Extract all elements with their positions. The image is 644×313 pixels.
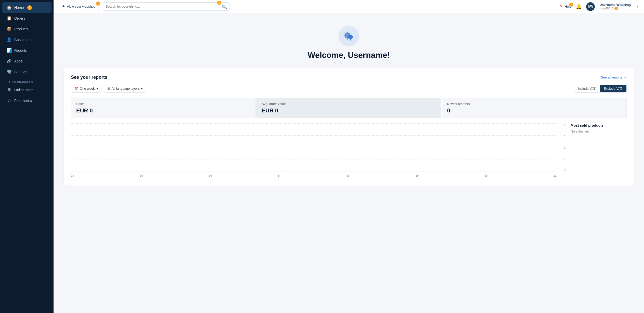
see-all-reports-link[interactable]: See all reports → <box>601 75 627 79</box>
reports-section-title: See your reports <box>71 75 107 80</box>
period-filter-button[interactable]: 📅 One week ▾ <box>71 85 101 93</box>
eye-icon: 👁 <box>62 5 65 8</box>
svg-point-1 <box>348 35 353 39</box>
chart-x-label-21: 21 <box>553 174 557 177</box>
help-badge: 4 <box>569 3 573 7</box>
metric-value-0: EUR 0 <box>76 107 250 114</box>
sidebar-item-apps[interactable]: 🔗 Apps <box>2 56 51 66</box>
orders-icon: 📋 <box>7 16 12 21</box>
sales-channels-label: SALES CHANNELS <box>0 77 54 85</box>
chart-y-label-2: 2 <box>558 146 565 149</box>
chart-area: 01234 1415161718192021 Most sold product… <box>71 123 627 179</box>
chart-x-label-14: 14 <box>71 174 74 177</box>
exclude-vat-button[interactable]: Exclude VAT <box>600 85 626 92</box>
arrow-right-icon: → <box>623 75 627 79</box>
search-bar: 3 🔍 <box>102 2 229 11</box>
products-icon: 📦 <box>7 27 12 31</box>
channel-label-online-store: Online store <box>14 88 33 92</box>
chart-x-label-16: 16 <box>209 174 212 177</box>
chart-x-label-20: 20 <box>484 174 487 177</box>
sidebar-channel-online-store[interactable]: 🖥 Online store <box>2 85 51 95</box>
metric-card-2: New customers 0 <box>442 98 627 118</box>
most-sold-section: Most sold products No sales yet <box>571 123 627 179</box>
svg-line-3 <box>350 39 351 41</box>
user-info[interactable]: Username Webshop shop95013 5 <box>599 3 631 10</box>
language-filter-button[interactable]: ⊞ All language layers ▾ <box>104 85 146 93</box>
price-index-icon: ◇ <box>7 98 12 103</box>
chart-x-label-18: 18 <box>347 174 350 177</box>
chart-y-label-0: 0 <box>558 169 565 172</box>
sidebar-item-settings[interactable]: ⚙️ Settings <box>2 67 51 77</box>
settings-icon: ⚙️ <box>7 69 12 74</box>
sidebar-item-products[interactable]: 📦 Products <box>2 24 51 34</box>
customers-icon: 👤 <box>7 37 12 42</box>
chart-x-label-17: 17 <box>278 174 281 177</box>
shopid-label: shop95013 5 <box>599 7 631 10</box>
sidebar-label-orders: Orders <box>14 16 25 20</box>
sidebar-item-customers[interactable]: 👤 Customers <box>2 34 51 45</box>
chart-container: 01234 1415161718192021 <box>71 123 565 179</box>
chart-x-label-19: 19 <box>416 174 419 177</box>
content-area: Welcome, Username! See your reports See … <box>54 13 644 313</box>
language-label: All language layers <box>112 87 140 90</box>
chart-y-label-3: 3 <box>558 135 565 138</box>
welcome-section: Welcome, Username! <box>64 21 634 68</box>
view-webshop-label: View your webshop <box>67 5 96 8</box>
chart-x-axis: 1415161718192021 <box>71 172 557 179</box>
chart-x-label-15: 15 <box>140 174 143 177</box>
webshop-badge: 2 <box>96 2 100 6</box>
sidebar-label-apps: Apps <box>14 59 22 63</box>
metric-label-1: Avg. order value <box>262 102 436 106</box>
period-label: One week <box>80 87 95 90</box>
apps-icon: 🔗 <box>7 59 12 63</box>
avatar[interactable]: UW <box>586 2 595 11</box>
main-area: 👁 View your webshop 2 3 🔍 ❓ Help 4 🔔 UW … <box>54 0 644 313</box>
topbar-right: ❓ Help 4 🔔 UW Username Webshop shop95013… <box>559 2 639 11</box>
sidebar-label-products: Products <box>14 27 28 31</box>
sidebar-item-orders[interactable]: 📋 Orders <box>2 13 51 23</box>
welcome-icon <box>339 26 359 46</box>
metric-card-0: Sales EUR 0 <box>71 98 256 118</box>
svg-line-2 <box>347 38 347 41</box>
help-button[interactable]: ❓ Help 4 <box>559 5 572 8</box>
welcome-title: Welcome, Username! <box>64 50 634 60</box>
search-input[interactable] <box>102 2 229 11</box>
sidebar-item-home[interactable]: 🏠 Home 1 <box>2 2 51 13</box>
most-sold-title: Most sold products <box>571 123 627 127</box>
chart-y-axis: 01234 <box>558 123 565 172</box>
topbar: 👁 View your webshop 2 3 🔍 ❓ Help 4 🔔 UW … <box>54 0 644 13</box>
username-label: Username Webshop <box>599 3 631 7</box>
search-icon[interactable]: 🔍 <box>222 4 227 9</box>
channel-label-price-index: Price index <box>14 99 32 103</box>
reports-card: See your reports See all reports → 📅 One… <box>64 68 634 186</box>
sidebar-channel-price-index[interactable]: ◇ Price index <box>2 95 51 106</box>
grid-line-1 <box>71 160 557 160</box>
online-store-icon: 🖥 <box>7 88 12 92</box>
notifications-button[interactable]: 🔔 <box>576 4 582 9</box>
sidebar-label-settings: Settings <box>14 70 27 74</box>
view-webshop-button[interactable]: 👁 View your webshop 2 <box>59 3 99 10</box>
sidebar-badge-home: 1 <box>27 5 32 10</box>
help-circle-icon: ❓ <box>559 5 563 8</box>
sidebar-item-reports[interactable]: 📊 Reports <box>2 45 51 56</box>
period-chevron-icon: ▾ <box>96 87 98 90</box>
calendar-icon: 📅 <box>74 87 78 90</box>
sidebar: 🏠 Home 1 📋 Orders 📦 Products 👤 Customers… <box>0 0 54 313</box>
metric-label-2: New customers <box>447 102 621 106</box>
metrics-row: Sales EUR 0 Avg. order value EUR 0 New c… <box>71 98 627 118</box>
chart-y-label-4: 4 <box>558 123 565 126</box>
sidebar-label-reports: Reports <box>14 48 27 53</box>
sidebar-label-home: Home <box>14 6 24 10</box>
grid-line-3 <box>71 135 557 136</box>
layers-icon: ⊞ <box>107 87 110 90</box>
no-sales-text: No sales yet <box>571 129 627 133</box>
vat-toggle: Include VAT Exclude VAT <box>574 85 627 93</box>
chart-body <box>71 123 557 172</box>
user-badge: 5 <box>614 7 618 10</box>
home-icon: 🏠 <box>7 5 12 10</box>
reports-card-header: See your reports See all reports → <box>71 75 627 80</box>
include-vat-button[interactable]: Include VAT <box>574 85 600 92</box>
search-badge: 3 <box>217 1 221 5</box>
metric-value-1: EUR 0 <box>262 107 436 114</box>
reports-icon: 📊 <box>7 48 12 53</box>
